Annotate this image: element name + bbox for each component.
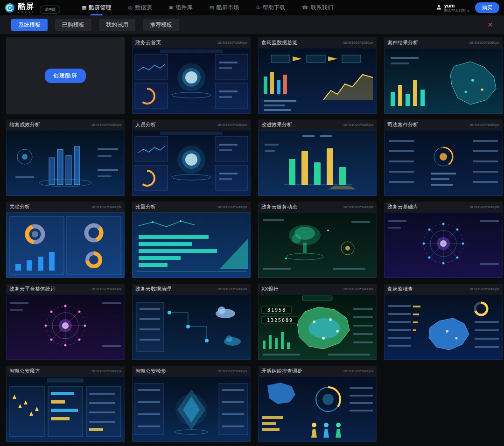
template-title: 人员分析 [135, 121, 156, 128]
template-card-header: 政务云服务动态 16:9/1920*1080px [258, 202, 377, 212]
template-thumbnail[interactable] [132, 376, 251, 442]
template-size-label: 16:9/1920*1080px [343, 123, 373, 127]
trial-expiry-text: 剩余77天到期 [444, 9, 466, 13]
template-title: 政务云基础库 [387, 203, 418, 210]
nav-item-component-lib[interactable]: ▣ 组件库 [168, 0, 192, 15]
template-size-label: 16:9/1920*1080px [217, 369, 247, 373]
template-card[interactable]: 矛盾纠纷排查调处 16:9/1920*1080px [258, 366, 377, 442]
template-thumbnail[interactable] [258, 48, 377, 114]
template-card[interactable]: 智慧公安棱形 16:9/1920*1080px [132, 366, 251, 442]
template-size-label: 16:9/1920*1080px [343, 41, 373, 45]
template-thumbnail[interactable] [258, 130, 377, 196]
main-nav: ▦ 酷屏管理 ◎ 数据源 ▣ 组件库 ▤ 酷屏市场 ① 帮助下载 ☎ 联系我们 [82, 0, 333, 15]
template-thumbnail[interactable] [6, 294, 125, 360]
template-thumbnail[interactable] [384, 212, 503, 278]
cooly-logo-icon [5, 3, 15, 13]
template-card[interactable]: 政务云平台整体统计 16:9/1920*1080px [6, 284, 125, 360]
nav-item-contact-us[interactable]: ☎ 联系我们 [302, 0, 333, 15]
template-thumbnail[interactable] [258, 212, 377, 278]
buy-button[interactable]: 购买 [475, 2, 499, 13]
template-title: 案件结果分析 [387, 39, 418, 46]
tab-recommended-templates[interactable]: 推荐模板 [143, 19, 179, 31]
template-thumbnail[interactable] [258, 376, 377, 442]
market-icon: ▤ [210, 5, 214, 11]
create-screen-button[interactable]: 创建酷屏 [45, 69, 86, 83]
user-name: yum [444, 3, 469, 9]
template-title: 政务云平台整体统计 [9, 286, 56, 293]
nav-label: 酷屏市场 [217, 4, 239, 12]
template-grid: 创建酷屏 政务云首页 16:9/1920*1080px 食药监数据总览 16:9… [0, 34, 504, 446]
template-card[interactable]: 政务云基础库 16:9/1920*1080px [384, 202, 503, 278]
template-size-label: 16:9/1920*1080px [91, 369, 121, 373]
template-size-label: 16:9/1920*1080px [217, 205, 247, 209]
nav-label: 酷屏管理 [89, 4, 112, 12]
template-size-label: 16:9/1920*1080px [217, 41, 247, 45]
nav-item-datasource[interactable]: ◎ 数据源 [128, 0, 152, 15]
create-screen-cell: 创建酷屏 [6, 37, 125, 114]
template-thumbnail[interactable] [384, 294, 503, 360]
navbar-right: yum 剩余77天到期 ∨ 购买 [436, 2, 499, 13]
template-title: 司法案件分析 [387, 121, 418, 128]
template-size-label: 16:9/1920*1080px [91, 123, 121, 127]
template-thumbnail[interactable] [6, 130, 125, 196]
template-title: 政务云首页 [135, 39, 161, 46]
template-size-label: 16:9/1920*1080px [217, 287, 247, 291]
template-card-header: 政务云数据治理 16:9/1920*1080px [132, 284, 251, 294]
template-card[interactable]: 人员分析 16:9/1920*1080px [132, 119, 251, 196]
template-title: XX银行 [261, 286, 279, 293]
template-card-header: 关联分析 16:9/1920*1080px [6, 202, 125, 212]
top-navbar: 酷屏 COOLY 试用版 ▦ 酷屏管理 ◎ 数据源 ▣ 组件库 ▤ 酷屏市场 ①… [0, 0, 504, 15]
nav-item-screen-manage[interactable]: ▦ 酷屏管理 [82, 0, 111, 15]
template-card[interactable]: 政务云首页 16:9/1920*1080px [132, 37, 251, 114]
component-lib-icon: ▣ [168, 5, 173, 11]
template-thumbnail[interactable]: 31958 1325689 [258, 294, 377, 360]
template-card-header: 矛盾纠纷排查调处 16:9/1920*1080px [258, 366, 377, 376]
template-size-label: 16:9/1920*1080px [343, 205, 373, 209]
tab-purchased-templates[interactable]: 已购模板 [55, 19, 91, 31]
template-thumbnail[interactable] [6, 376, 125, 442]
svg-text:1325689: 1325689 [267, 318, 293, 323]
template-title: 矛盾纠纷排查调处 [261, 368, 302, 375]
nav-item-help-download[interactable]: ① 帮助下载 [256, 0, 285, 15]
template-title: 智慧公安棱形 [135, 368, 166, 375]
template-thumbnail[interactable] [132, 48, 251, 114]
template-card-header: 司法案件分析 16:9/1920*1080px [384, 119, 503, 130]
help-icon: ① [256, 5, 260, 11]
template-thumbnail[interactable] [132, 212, 251, 278]
template-thumbnail[interactable] [132, 130, 251, 196]
close-icon[interactable]: ✕ [487, 21, 493, 28]
template-card[interactable]: 食药监稽查 16:9/1920*1080px [384, 284, 503, 360]
template-card[interactable]: 智慧公安魔方 16:9/1920*1080px [6, 366, 125, 442]
template-card[interactable]: XX银行 16:9/1920*1080px 31958 1325689 [258, 284, 377, 360]
template-thumbnail[interactable] [132, 294, 251, 360]
template-card[interactable]: 改进效果分析 16:9/1920*1080px [258, 119, 377, 196]
tab-my-trial[interactable]: 我的试用 [99, 19, 135, 31]
template-size-label: 16:9/1920*1080px [469, 287, 499, 291]
template-thumbnail[interactable] [384, 130, 503, 196]
template-card[interactable]: 比重分析 16:9/1920*1080px [132, 202, 251, 278]
template-card[interactable]: 政务云数据治理 16:9/1920*1080px [132, 284, 251, 360]
template-card-header: 食药监稽查 16:9/1920*1080px [384, 284, 503, 294]
app-subtitle: COOLY [18, 11, 35, 13]
tab-system-templates[interactable]: 系统模板 [11, 19, 48, 31]
template-card[interactable]: 结案成效分析 16:9/1920*1080px [6, 119, 125, 196]
template-card[interactable]: 政务云服务动态 16:9/1920*1080px [258, 202, 377, 278]
template-thumbnail[interactable] [6, 212, 125, 278]
nav-item-market[interactable]: ▤ 酷屏市场 [210, 0, 239, 15]
template-title: 关联分析 [9, 203, 30, 210]
svg-text:31958: 31958 [267, 307, 286, 313]
template-size-label: 16:9/1920*1080px [469, 205, 499, 209]
nav-label: 帮助下载 [263, 4, 285, 12]
template-card-header: 结案成效分析 16:9/1920*1080px [6, 119, 125, 130]
template-card[interactable]: 司法案件分析 16:9/1920*1080px [384, 119, 503, 196]
template-card[interactable]: 食药监数据总览 16:9/1920*1080px [258, 37, 377, 114]
template-thumbnail[interactable] [384, 48, 503, 114]
user-avatar-icon [436, 4, 442, 10]
template-card[interactable]: 关联分析 16:9/1920*1080px [6, 202, 125, 278]
logo-group[interactable]: 酷屏 COOLY 试用版 [5, 2, 60, 14]
template-size-label: 16:9/1920*1080px [343, 369, 373, 373]
template-card[interactable]: 案件结果分析 16:9/1920*1080px [384, 37, 503, 114]
template-card-header: 改进效果分析 16:9/1920*1080px [258, 119, 377, 130]
template-title: 智慧公安魔方 [9, 368, 40, 375]
user-menu[interactable]: yum 剩余77天到期 ∨ [436, 3, 469, 13]
